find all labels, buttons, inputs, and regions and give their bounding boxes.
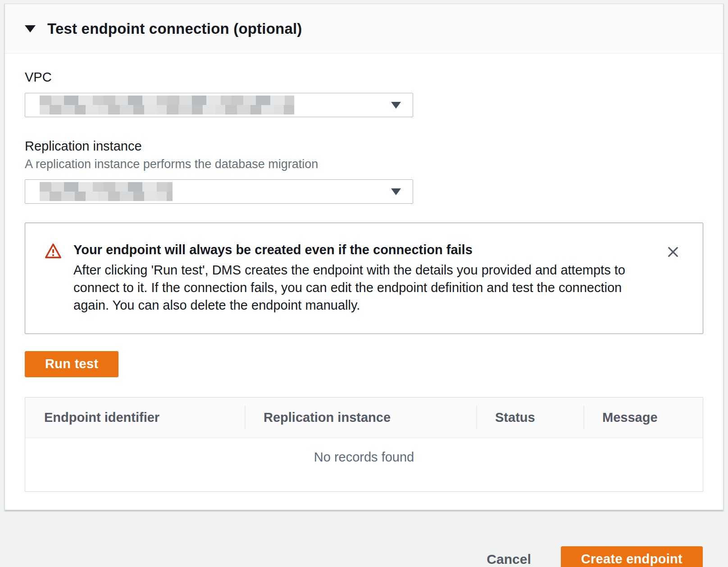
table-header-row: Endpoint identifier Replication instance… — [25, 398, 703, 438]
warning-alert-title: Your endpoint will always be created eve… — [73, 241, 636, 259]
vpc-label: VPC — [25, 70, 703, 85]
warning-alert-content: Your endpoint will always be created eve… — [73, 241, 636, 315]
warning-alert: Your endpoint will always be created eve… — [25, 223, 703, 334]
run-test-button[interactable]: Run test — [25, 351, 118, 377]
spacer — [25, 117, 703, 139]
replication-instance-redacted-value — [40, 182, 173, 201]
replication-instance-description: A replication instance performs the data… — [25, 157, 703, 171]
cancel-button[interactable]: Cancel — [487, 552, 531, 567]
column-header-status: Status — [476, 398, 583, 438]
warning-triangle-icon — [45, 243, 62, 261]
vpc-redacted-value — [40, 96, 294, 114]
table-empty-state: No records found — [25, 438, 703, 491]
column-header-replication-instance: Replication instance — [245, 398, 476, 438]
replication-instance-select[interactable] — [25, 179, 413, 204]
close-icon[interactable] — [663, 242, 683, 263]
test-endpoint-connection-section: Test endpoint connection (optional) VPC … — [5, 4, 723, 510]
collapse-caret-icon — [25, 25, 36, 32]
replication-instance-field: Replication instance A replication insta… — [25, 139, 703, 204]
section-body: VPC Replication instance A replication i… — [5, 54, 723, 510]
create-endpoint-button[interactable]: Create endpoint — [561, 546, 703, 567]
form-actions-footer: Cancel Create endpoint — [0, 510, 728, 567]
vpc-field: VPC — [25, 70, 703, 117]
section-header-toggle[interactable]: Test endpoint connection (optional) — [5, 4, 723, 54]
section-title: Test endpoint connection (optional) — [47, 20, 302, 37]
replication-instance-label: Replication instance — [25, 139, 703, 154]
warning-alert-body: After clicking 'Run test', DMS creates t… — [73, 261, 636, 314]
test-results-table: Endpoint identifier Replication instance… — [25, 397, 703, 492]
vpc-select[interactable] — [25, 93, 413, 117]
chevron-down-icon — [391, 188, 401, 195]
chevron-down-icon — [391, 102, 401, 109]
column-header-endpoint-identifier: Endpoint identifier — [25, 398, 245, 438]
column-header-message: Message — [583, 398, 703, 438]
